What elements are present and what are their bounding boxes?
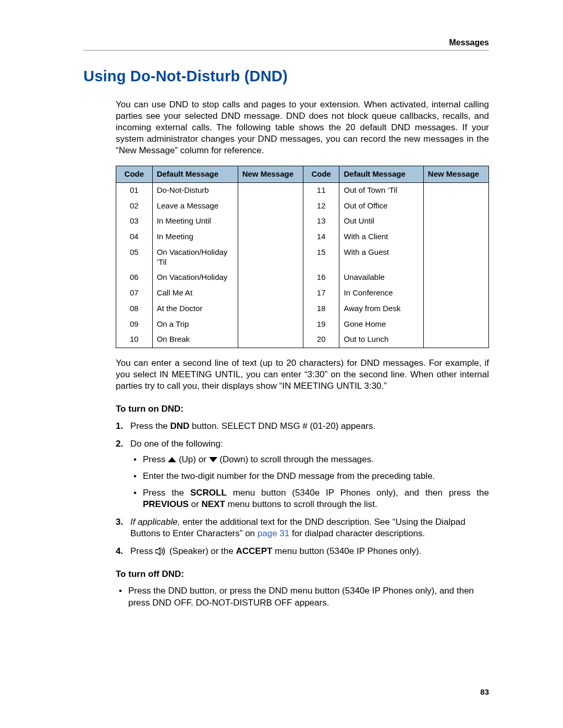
cell-default-right: Unavailable: [339, 270, 423, 286]
cell-new-right: [423, 229, 488, 245]
step2-b1-a: Press: [143, 454, 168, 464]
cell-default-left: In Meeting: [152, 229, 238, 245]
cell-default-right: Out Until: [339, 214, 423, 229]
cell-code-right: 11: [303, 182, 339, 198]
cell-code-left: 09: [116, 317, 153, 332]
cell-code-left: 03: [116, 214, 153, 229]
step1-text-a: Press the: [130, 421, 170, 431]
turn-off-dnd-heading: To turn off DND:: [116, 569, 489, 580]
page-31-link[interactable]: page 31: [258, 528, 289, 538]
step4-a: Press: [130, 546, 155, 556]
cell-new-right: [423, 199, 488, 214]
table-row: 03In Meeting Until13Out Until: [116, 214, 489, 229]
table-header-row: Code Default Message New Message Code De…: [116, 166, 489, 183]
step4-b: (Speaker) or the: [167, 546, 236, 556]
cell-code-right: 13: [303, 214, 339, 229]
cell-new-right: [423, 286, 488, 301]
cell-new-right: [423, 317, 488, 332]
col-code-1: Code: [116, 166, 153, 183]
cell-new-left: [238, 332, 303, 348]
cell-new-left: [238, 270, 303, 286]
cell-new-right: [423, 245, 488, 270]
page: Messages Using Do-Not-Disturb (DND) You …: [0, 0, 563, 728]
cell-new-left: [238, 317, 303, 332]
dnd-messages-table: Code Default Message New Message Code De…: [116, 166, 489, 348]
cell-default-left: On Vacation/Holiday: [152, 270, 238, 286]
cell-new-right: [423, 332, 488, 348]
step2-bullet-1: Press (Up) or (Down) to scroll through t…: [143, 454, 489, 465]
cell-default-left: Call Me At: [152, 286, 238, 301]
step-4: Press (Speaker) or the ACCEPT menu butto…: [130, 546, 489, 557]
cell-default-right: Out to Lunch: [339, 332, 423, 348]
step1-text-c: button. SELECT DND MSG # (01-20) appears…: [189, 421, 375, 431]
speaker-icon: [155, 547, 167, 556]
step2-b3-a: Press the: [143, 488, 190, 498]
cell-code-left: 01: [116, 182, 153, 198]
step2-b1-b: (Up) or: [176, 454, 209, 464]
table-row: 06On Vacation/Holiday16Unavailable: [116, 270, 489, 286]
step2-b3-c: menu button (5340e IP Phones only), and …: [227, 488, 489, 498]
cell-new-left: [238, 199, 303, 214]
table-row: 10On Break20Out to Lunch: [116, 332, 489, 348]
after-table-paragraph: You can enter a second line of text (up …: [116, 357, 489, 392]
table-row: 09On a Trip19Gone Home: [116, 317, 489, 332]
cell-default-left: Do-Not-Disturb: [152, 182, 238, 198]
page-number: 83: [480, 687, 489, 697]
cell-new-left: [238, 245, 303, 270]
step4-d: menu button (5340e IP Phones only).: [272, 546, 421, 556]
col-new-1: New Message: [238, 166, 303, 183]
cell-new-left: [238, 214, 303, 229]
cell-default-left: At the Doctor: [152, 301, 238, 317]
step1-dnd-bold: DND: [170, 421, 190, 431]
step4-accept: ACCEPT: [236, 546, 272, 556]
turn-on-steps: Press the DND button. SELECT DND MSG # (…: [116, 421, 489, 558]
cell-new-right: [423, 270, 488, 286]
cell-code-right: 15: [303, 245, 339, 270]
cell-code-left: 07: [116, 286, 153, 301]
cell-code-right: 20: [303, 332, 339, 348]
table-row: 08At the Doctor18Away from Desk: [116, 301, 489, 317]
cell-new-right: [423, 182, 488, 198]
cell-default-right: Gone Home: [339, 317, 423, 332]
cell-code-right: 18: [303, 301, 339, 317]
cell-code-left: 06: [116, 270, 153, 286]
col-default-2: Default Message: [339, 166, 423, 183]
step2-bullet-3: Press the SCROLL menu button (5340e IP P…: [143, 487, 489, 510]
step2-b1-c: (Down) to scroll through the messages.: [217, 454, 374, 464]
cell-default-right: In Conference: [339, 286, 423, 301]
cell-new-left: [238, 286, 303, 301]
cell-code-right: 17: [303, 286, 339, 301]
svg-marker-2: [155, 548, 160, 555]
turn-off-bullets: Press the DND button, or press the DND m…: [116, 585, 489, 608]
cell-code-left: 05: [116, 245, 153, 270]
step2-b3-scroll: SCROLL: [190, 488, 227, 498]
col-code-2: Code: [303, 166, 339, 183]
step2-b3-e: or: [189, 499, 202, 509]
step-2: Do one of the following: Press (Up) or (…: [130, 438, 489, 510]
page-title: Using Do-Not-Disturb (DND): [83, 67, 489, 87]
step2-b3-previous: PREVIOUS: [143, 499, 189, 509]
step-3: If applicable, enter the additional text…: [130, 516, 489, 539]
header-rule: [83, 50, 489, 51]
cell-new-left: [238, 301, 303, 317]
up-arrow-icon: [168, 456, 176, 463]
cell-default-left: Leave a Message: [152, 199, 238, 214]
cell-code-right: 16: [303, 270, 339, 286]
cell-code-left: 02: [116, 199, 153, 214]
step3-c: for dialpad character descriptions.: [289, 528, 425, 538]
step2-sub-bullets: Press (Up) or (Down) to scroll through t…: [130, 454, 489, 510]
step3-if-applicable: If applicable,: [130, 517, 180, 527]
intro-paragraph: You can use DND to stop calls and pages …: [116, 99, 489, 156]
table-row: 02Leave a Message12Out of Office: [116, 199, 489, 214]
cell-default-left: In Meeting Until: [152, 214, 238, 229]
cell-default-right: Away from Desk: [339, 301, 423, 317]
cell-new-left: [238, 229, 303, 245]
step2-b3-next: NEXT: [201, 499, 225, 509]
step2-bullet-2: Enter the two-digit number for the DND m…: [143, 471, 489, 482]
table-row: 01Do-Not-Disturb11Out of Town ‘Til: [116, 182, 489, 198]
cell-default-right: Out of Office: [339, 199, 423, 214]
svg-marker-1: [209, 457, 217, 462]
turn-off-bullet-1: Press the DND button, or press the DND m…: [128, 585, 489, 608]
cell-code-left: 04: [116, 229, 153, 245]
cell-code-right: 12: [303, 199, 339, 214]
